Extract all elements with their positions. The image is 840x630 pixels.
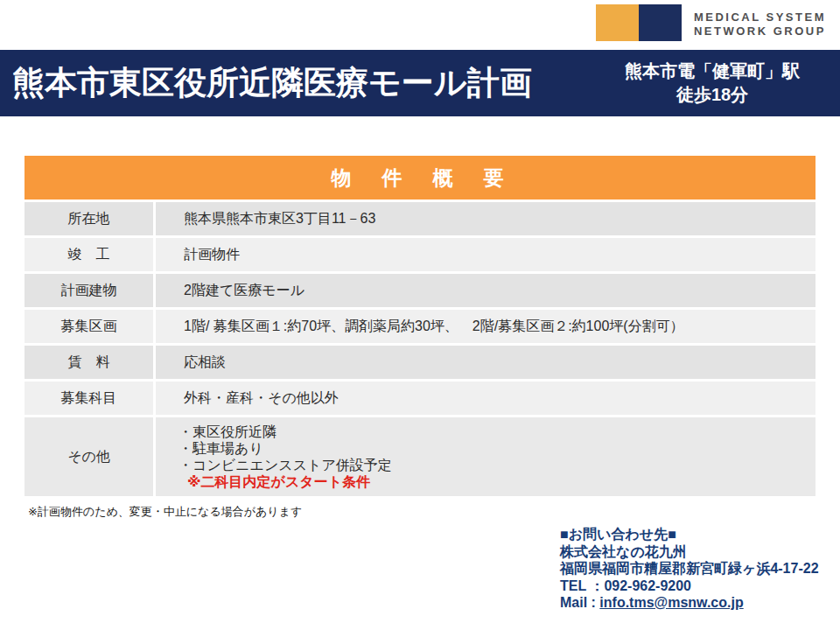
other-bullet-2: ・駐車場あり	[178, 440, 816, 457]
station-access-info: 熊本市電「健軍町」駅 徒歩18分	[595, 60, 830, 107]
row-label: 募集科目	[24, 382, 156, 415]
table-row-building: 計画建物 2階建て医療モール	[24, 274, 816, 307]
contact-heading: ■お問い合わせ先■	[560, 526, 819, 543]
row-label: 賃 料	[24, 346, 156, 379]
row-value: 応相談	[156, 346, 816, 379]
company-logo: MEDICAL SYSTEM NETWORK GROUP	[596, 4, 826, 41]
mail-label: Mail :	[560, 595, 599, 610]
start-condition-note: ※二科目内定がスタート条件	[178, 473, 816, 490]
logo-text: MEDICAL SYSTEM NETWORK GROUP	[694, 4, 826, 38]
disclaimer-note: ※計画物件のため、変更・中止になる場合があります	[28, 504, 816, 520]
flyer-page: MEDICAL SYSTEM NETWORK GROUP 熊本市東区役所近隣医療…	[0, 0, 840, 630]
other-bullet-1: ・東区役所近隣	[178, 424, 816, 440]
table-row-rent: 賃 料 応相談	[24, 346, 816, 379]
table-row-specialties: 募集科目 外科・産科・その他以外	[24, 382, 816, 415]
row-label: 募集区画	[24, 310, 156, 343]
logo-squares-icon	[596, 4, 682, 41]
row-value: 計画物件	[156, 238, 816, 271]
other-bullet-3: ・コンビニエンスストア併設予定	[178, 457, 816, 473]
top-logo-bar: MEDICAL SYSTEM NETWORK GROUP	[0, 0, 840, 50]
walk-time: 徒歩18分	[595, 83, 830, 107]
contact-mail-line: Mail : info.tms@msnw.co.jp	[560, 594, 819, 612]
row-label: 計画建物	[24, 274, 156, 307]
row-value: ・東区役所近隣 ・駐車場あり ・コンビニエンスストア併設予定 ※二科目内定がスタ…	[156, 417, 816, 496]
station-name: 熊本市電「健軍町」駅	[595, 60, 830, 83]
logo-orange-square-icon	[596, 4, 639, 41]
row-label: その他	[24, 417, 156, 496]
row-label: 竣 工	[24, 238, 156, 271]
row-label: 所在地	[24, 202, 156, 235]
table-row-units: 募集区画 1階/ 募集区画１:約70坪、調剤薬局約30坪、 2階/募集区画２:約…	[24, 310, 816, 343]
contact-company: 株式会社なの花九州	[560, 543, 819, 561]
section-header: 物 件 概 要	[24, 156, 816, 200]
row-value: 熊本県熊本市東区3丁目11－63	[156, 202, 816, 235]
row-value: 1階/ 募集区画１:約70坪、調剤薬局約30坪、 2階/募集区画２:約100坪(…	[156, 310, 816, 343]
row-value: 2階建て医療モール	[156, 274, 816, 307]
property-overview: 物 件 概 要 所在地 熊本県熊本市東区3丁目11－63 竣 工 計画物件 計画…	[24, 156, 816, 496]
title-banner: 熊本市東区役所近隣医療モール計画 熊本市電「健軍町」駅 徒歩18分	[0, 50, 840, 116]
row-value: 外科・産科・その他以外	[156, 382, 816, 415]
contact-block: ■お問い合わせ先■ 株式会社なの花九州 福岡県福岡市糟屋郡新宮町緑ヶ浜4-17-…	[560, 526, 819, 612]
email-link[interactable]: info.tms@msnw.co.jp	[599, 595, 743, 610]
contact-address: 福岡県福岡市糟屋郡新宮町緑ヶ浜4-17-22	[560, 560, 819, 578]
page-title: 熊本市東区役所近隣医療モール計画	[0, 61, 532, 105]
table-row-completion: 竣 工 計画物件	[24, 238, 816, 271]
logo-navy-square-icon	[639, 4, 682, 41]
logo-text-line2: NETWORK GROUP	[694, 24, 826, 38]
table-row-other: その他 ・東区役所近隣 ・駐車場あり ・コンビニエンスストア併設予定 ※二科目内…	[24, 417, 816, 496]
table-row-location: 所在地 熊本県熊本市東区3丁目11－63	[24, 202, 816, 235]
logo-text-line1: MEDICAL SYSTEM	[694, 10, 826, 24]
contact-tel: TEL ：092-962-9200	[560, 578, 819, 595]
